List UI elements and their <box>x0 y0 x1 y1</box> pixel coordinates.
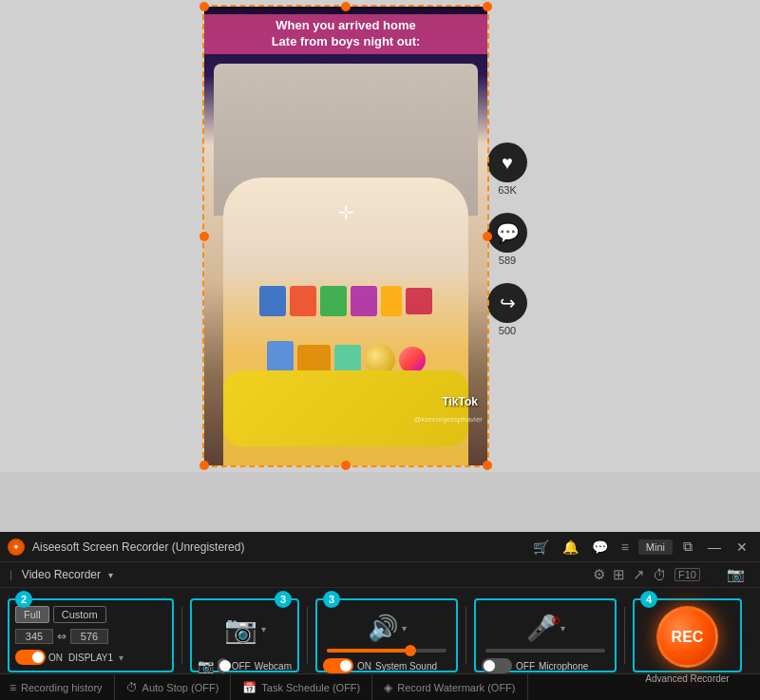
section-resolution: 2 Full Custom ⇔ ON DISPLAY1 ▾ <box>8 598 174 672</box>
mic-off-label: OFF <box>516 661 535 672</box>
full-button[interactable]: Full <box>15 606 49 623</box>
webcam-toggle-row: 📷 OFF Webcam <box>198 656 292 675</box>
on-label: ON <box>48 653 63 663</box>
mic-label: Microphone <box>539 661 588 672</box>
section-number-4: 3 <box>323 591 340 608</box>
volume-thumb[interactable] <box>405 645 416 656</box>
history-icon: ≡ <box>10 681 16 694</box>
mode-label: Video Recorder <box>22 568 101 581</box>
volume-slider[interactable] <box>327 649 446 653</box>
restore-button[interactable]: ⧉ <box>678 539 697 555</box>
recorder-panel: ● Aiseesoft Screen Recorder (Unregistere… <box>0 532 760 700</box>
webcam-chevron[interactable]: ▾ <box>261 624 266 634</box>
share-icon[interactable]: ↗ <box>633 566 645 583</box>
mic-chevron[interactable]: ▾ <box>560 623 565 634</box>
auto-stop-item[interactable]: ⏱ Auto Stop (OFF) <box>115 674 232 700</box>
item-box <box>259 286 286 316</box>
clock-status-icon: ⏱ <box>126 681 138 694</box>
like-icon[interactable]: ♥ <box>487 142 527 182</box>
section-number-2: 2 <box>15 591 32 608</box>
title-bar-right: 🛒 🔔 💬 ≡ Mini ⧉ — ✕ <box>529 538 752 557</box>
close-button[interactable]: ✕ <box>732 539 752 555</box>
sound-label: System Sound <box>375 661 437 672</box>
sound-icon-row: 🔊 ▾ <box>323 606 450 643</box>
webcam-switch[interactable] <box>218 658 228 673</box>
rec-button-area: REC <box>640 606 734 668</box>
sound-on-label: ON <box>357 661 371 672</box>
app-icon: ● <box>8 539 25 556</box>
tiktok-username: @kimronjessphavier <box>413 415 483 424</box>
divider-1 <box>181 607 182 664</box>
display-toggle-row: ON DISPLAY1 ▾ <box>15 650 166 665</box>
link-icon: ⇔ <box>57 630 66 643</box>
mini-button[interactable]: Mini <box>638 539 673 555</box>
res-inputs: ⇔ <box>15 629 166 644</box>
width-input[interactable] <box>15 629 53 644</box>
speaker-icon: 🔊 <box>368 614 398 643</box>
section-rec: 4 REC Advanced Recorder <box>633 598 742 672</box>
tag-icon[interactable]: 🔔 <box>559 538 582 557</box>
clock-icon[interactable]: ⏱ <box>653 567 667 583</box>
title-bar: ● Aiseesoft Screen Recorder (Unregistere… <box>0 532 760 562</box>
settings-icons: ⚙ ⊞ ↗ ⏱ F10 📷 <box>587 566 750 583</box>
volume-slider-container <box>323 649 450 653</box>
height-input[interactable] <box>70 629 108 644</box>
task-schedule-item[interactable]: 📅 Task Schedule (OFF) <box>231 674 372 700</box>
candy <box>399 347 426 373</box>
f10-icon[interactable]: F10 <box>674 568 700 581</box>
watermark-icon: ◈ <box>384 681 392 694</box>
section-sound: 3 🔊 ▾ ON System Sound <box>315 598 458 672</box>
app-title: Aiseesoft Screen Recorder (Unregistered) <box>32 540 244 554</box>
crop-icon[interactable]: ⊞ <box>613 566 625 583</box>
webcam-icon-row: 📷 ▾ <box>198 606 292 645</box>
display-chevron[interactable]: ▾ <box>119 653 124 663</box>
item-box <box>290 286 316 316</box>
item-box <box>351 286 377 316</box>
settings-icon[interactable]: ⚙ <box>593 566 605 583</box>
webcam-label: Webcam <box>255 661 292 672</box>
rec-button[interactable]: REC <box>656 606 718 668</box>
recording-history-item[interactable]: ≡ Recording history <box>6 674 115 700</box>
cart-icon[interactable]: 🛒 <box>529 538 553 557</box>
mode-chevron[interactable]: ▾ <box>108 570 113 580</box>
watermark-item[interactable]: ◈ Record Watermark (OFF) <box>372 674 527 700</box>
sound-toggle-row: ON System Sound <box>323 658 450 673</box>
tiktok-comment[interactable]: 💬 589 <box>487 213 527 266</box>
controls-area: 2 Full Custom ⇔ ON DISPLAY1 ▾ <box>0 588 760 673</box>
display-switch[interactable] <box>15 650 46 665</box>
section-microphone: 🎤⊘ ▾ OFF Microphone <box>474 598 617 672</box>
item-box <box>406 288 432 314</box>
item-box <box>320 286 347 316</box>
tiktok-share[interactable]: ↪ 500 <box>487 283 527 336</box>
divider-3 <box>466 607 466 664</box>
mic-icon: 🎤⊘ <box>526 614 557 643</box>
camera-snap-icon[interactable]: 📷 <box>727 566 745 583</box>
title-bar-left: ● Aiseesoft Screen Recorder (Unregistere… <box>8 539 244 556</box>
controls-inner: 2 Full Custom ⇔ ON DISPLAY1 ▾ <box>8 589 752 672</box>
custom-button[interactable]: Custom <box>53 606 106 623</box>
mode-separator: | <box>10 569 12 580</box>
mic-slider[interactable] <box>485 649 605 653</box>
mic-icon-row: 🎤⊘ ▾ <box>482 606 609 643</box>
comment-icon[interactable]: 💬 <box>487 213 527 253</box>
mic-toggle-row: OFF Microphone <box>482 658 609 673</box>
tiktok-like[interactable]: ♥ 63K <box>487 142 527 196</box>
display-label: DISPLAY1 <box>68 653 113 663</box>
display-toggle[interactable]: ON <box>15 650 63 665</box>
section-number-4b: 4 <box>640 591 657 608</box>
mic-switch[interactable] <box>482 658 512 673</box>
item-box <box>381 286 402 316</box>
video-overlay-text: When you arrived home Late from boys nig… <box>204 14 487 54</box>
sound-chevron[interactable]: ▾ <box>402 623 407 634</box>
minimize-button[interactable]: — <box>703 539 726 555</box>
tiktok-logo: TikTok <box>442 395 478 408</box>
crosshair: ✛ <box>338 201 354 224</box>
menu-icon[interactable]: ≡ <box>618 538 633 557</box>
webcam-camera-icon: 📷 <box>224 614 257 645</box>
share-icon[interactable]: ↪ <box>487 283 527 323</box>
sound-switch[interactable] <box>323 658 353 673</box>
webcam-off-label: OFF <box>232 661 251 672</box>
pillow <box>223 370 468 446</box>
chat-icon[interactable]: 💬 <box>588 538 612 557</box>
mode-selector[interactable]: | Video Recorder ▾ <box>10 568 113 581</box>
